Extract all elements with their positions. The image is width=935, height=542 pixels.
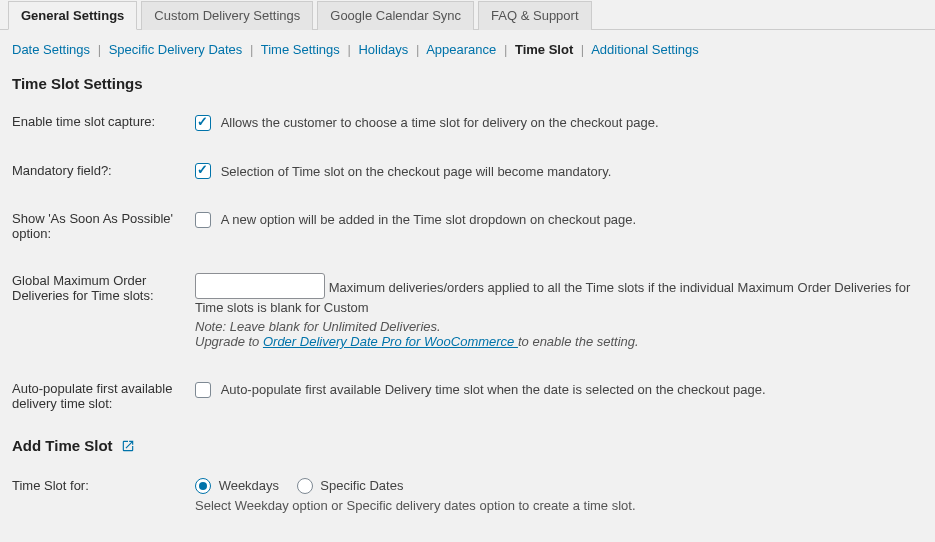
desc-enable-capture: Allows the customer to choose a time slo… — [221, 115, 659, 130]
primary-tabs: General Settings Custom Delivery Setting… — [0, 0, 935, 30]
desc-auto-populate: Auto-populate first available Delivery t… — [221, 382, 766, 397]
subnav-specific-delivery-dates[interactable]: Specific Delivery Dates — [109, 42, 243, 57]
sub-navigation: Date Settings | Specific Delivery Dates … — [0, 30, 935, 65]
label-enable-capture: Enable time slot capture: — [0, 98, 195, 147]
tab-custom-delivery[interactable]: Custom Delivery Settings — [141, 1, 313, 30]
subnav-time-slot: Time Slot — [515, 42, 573, 57]
label-select-days: Select Delivery Days/Dates: — [0, 529, 195, 542]
desc-mandatory: Selection of Time slot on the checkout p… — [221, 164, 612, 179]
radio-label-weekdays[interactable]: Weekdays — [195, 478, 283, 493]
label-asap: Show 'As Soon As Possible' option: — [0, 195, 195, 257]
checkbox-enable-capture[interactable] — [195, 115, 211, 131]
label-timeslot-for: Time Slot for: — [0, 462, 195, 530]
subnav-additional-settings[interactable]: Additional Settings — [591, 42, 699, 57]
subnav-time-settings[interactable]: Time Settings — [261, 42, 340, 57]
upgrade-suffix: to enable the setting. — [518, 334, 639, 349]
desc-asap: A new option will be added in the Time s… — [221, 212, 637, 227]
section-title-settings: Time Slot Settings — [0, 65, 935, 98]
label-mandatory: Mandatory field?: — [0, 147, 195, 196]
checkbox-asap[interactable] — [195, 212, 211, 228]
desc-timeslot-for: Select Weekday option or Specific delive… — [195, 498, 925, 513]
checkbox-mandatory[interactable] — [195, 163, 211, 179]
radio-specific-dates[interactable] — [297, 478, 313, 494]
upgrade-prefix: Upgrade to — [195, 334, 263, 349]
subnav-holidays[interactable]: Holidays — [358, 42, 408, 57]
tab-general[interactable]: General Settings — [8, 1, 137, 30]
label-auto-populate: Auto-populate first available delivery t… — [0, 365, 195, 427]
note-global-max: Note: Leave blank for Unlimited Deliveri… — [195, 319, 441, 334]
radio-weekdays[interactable] — [195, 478, 211, 494]
checkbox-auto-populate[interactable] — [195, 382, 211, 398]
section-title-add: Add Time Slot — [0, 427, 935, 462]
external-link-icon[interactable] — [121, 439, 135, 456]
radio-label-specific-dates[interactable]: Specific Dates — [297, 478, 404, 493]
input-global-max[interactable] — [195, 273, 325, 299]
subnav-appearance[interactable]: Appearance — [426, 42, 496, 57]
link-upgrade-pro[interactable]: Order Delivery Date Pro for WooCommerce — [263, 334, 518, 349]
tab-faq-support[interactable]: FAQ & Support — [478, 1, 591, 30]
label-global-max: Global Maximum Order Deliveries for Time… — [0, 257, 195, 365]
subnav-date-settings[interactable]: Date Settings — [12, 42, 90, 57]
tab-google-calendar[interactable]: Google Calendar Sync — [317, 1, 474, 30]
